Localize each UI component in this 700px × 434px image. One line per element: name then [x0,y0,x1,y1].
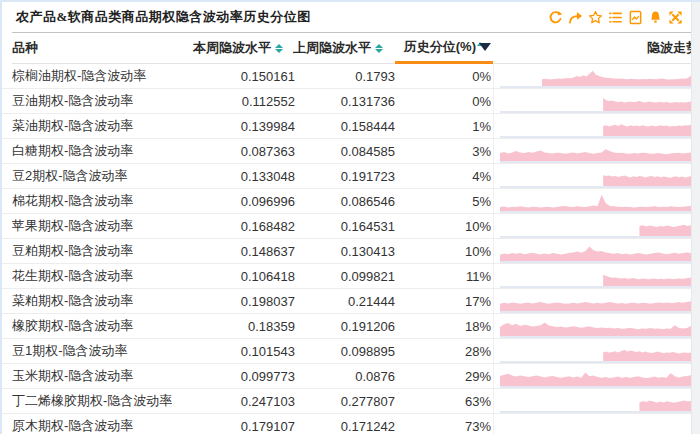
expand-icon[interactable] [667,9,684,26]
table-row[interactable]: 苹果期权-隐含波动率0.1684820.16453110% [2,214,700,239]
table-row[interactable]: 豆1期权-隐含波动率0.1015430.09889528% [2,339,700,364]
sparkline-chart [500,91,691,113]
cell-this-week-iv: 0.087363 [197,139,295,163]
table-row[interactable]: 棉花期权-隐含波动率0.0969960.0865465% [2,189,700,214]
cell-product-name: 豆2期权-隐含波动率 [12,164,197,188]
panel-title: 农产品&软商品类商品期权隐含波动率历史分位图 [16,8,311,26]
column-header-this-week[interactable]: 本周隐波水平 [197,33,295,64]
cell-this-week-iv: 0.139984 [197,114,295,138]
cell-iv-trend [493,339,691,363]
sparkline-chart [500,366,691,388]
cell-product-name: 菜油期权-隐含波动率 [12,114,197,138]
column-header-last-week[interactable]: 上周隐波水平 [295,33,395,64]
cell-this-week-iv: 0.099773 [197,364,295,388]
table-row[interactable]: 菜粕期权-隐含波动率0.1980370.2144417% [2,289,700,314]
image-icon[interactable] [627,9,644,26]
sparkline-chart [500,266,691,288]
cell-percentile: 29% [395,364,493,388]
cell-last-week-iv: 0.086546 [295,189,395,213]
cell-this-week-iv: 0.096996 [197,189,295,213]
column-header-name[interactable]: 品种 [12,33,197,64]
cell-iv-trend [493,264,691,288]
share-icon[interactable] [567,9,584,26]
cell-product-name: 豆1期权-隐含波动率 [12,339,197,363]
cell-last-week-iv: 0.21444 [295,289,395,313]
cell-product-name: 花生期权-隐含波动率 [12,264,197,288]
cell-percentile: 28% [395,339,493,363]
cell-iv-trend [493,89,691,113]
table-row[interactable]: 橡胶期权-隐含波动率0.183590.19120618% [2,314,700,339]
table-row[interactable]: 花生期权-隐含波动率0.1064180.09982111% [2,264,700,289]
cell-iv-trend [493,114,691,138]
cell-iv-trend [493,314,691,338]
cell-last-week-iv: 0.277807 [295,389,395,413]
cell-product-name: 苹果期权-隐含波动率 [12,214,197,238]
panel-toolbar [547,9,684,26]
cell-percentile: 73% [395,414,493,434]
sparkline-chart [500,391,691,413]
cell-this-week-iv: 0.106418 [197,264,295,288]
cell-percentile: 11% [395,264,493,288]
cell-last-week-iv: 0.084585 [295,139,395,163]
cell-percentile: 10% [395,214,493,238]
table-row[interactable]: 豆2期权-隐含波动率0.1330480.1917234% [2,164,700,189]
sort-arrows-icon[interactable] [375,44,383,53]
table-row[interactable]: 丁二烯橡胶期权-隐含波动率0.2471030.27780763% [2,389,700,414]
sort-descending-icon[interactable] [479,43,491,51]
table-row[interactable]: 白糖期权-隐含波动率0.0873630.0845853% [2,139,700,164]
cell-last-week-iv: 0.191206 [295,314,395,338]
cell-this-week-iv: 0.133048 [197,164,295,188]
cell-this-week-iv: 0.18359 [197,314,295,338]
cell-this-week-iv: 0.247103 [197,389,295,413]
bell-icon[interactable] [647,9,664,26]
cell-percentile: 3% [395,139,493,163]
cell-this-week-iv: 0.112552 [197,89,295,113]
cell-last-week-iv: 0.0876 [295,364,395,388]
cell-iv-trend [493,389,691,413]
table-row[interactable]: 豆油期权-隐含波动率0.1125520.1317360% [2,89,700,114]
sort-arrows-icon[interactable] [275,44,283,53]
cell-this-week-iv: 0.198037 [197,289,295,313]
list-icon[interactable] [607,9,624,26]
sparkline-chart [500,116,691,138]
cell-last-week-iv: 0.1793 [295,64,395,88]
sparkline-chart [500,416,691,434]
cell-percentile: 17% [395,289,493,313]
table-row[interactable]: 菜油期权-隐含波动率0.1399840.1584441% [2,114,700,139]
cell-product-name: 白糖期权-隐含波动率 [12,139,197,163]
table-row[interactable]: 棕榈油期权-隐含波动率0.1501610.17930% [2,64,700,89]
cell-iv-trend [493,214,691,238]
cell-last-week-iv: 0.164531 [295,214,395,238]
sparkline-chart [500,316,691,338]
table-row[interactable]: 豆粕期权-隐含波动率0.1486370.13041310% [2,239,700,264]
cell-product-name: 棉花期权-隐含波动率 [12,189,197,213]
cell-product-name: 橡胶期权-隐含波动率 [12,314,197,338]
cell-this-week-iv: 0.148637 [197,239,295,263]
column-header-trend: 隐波走势 [493,33,691,64]
sparkline-chart [500,291,691,313]
cell-this-week-iv: 0.150161 [197,64,295,88]
cell-percentile: 10% [395,239,493,263]
star-icon[interactable] [587,9,604,26]
cell-last-week-iv: 0.171242 [295,414,395,434]
cell-this-week-iv: 0.179107 [197,414,295,434]
cell-percentile: 18% [395,314,493,338]
sparkline-chart [500,191,691,213]
sparkline-chart [500,141,691,163]
cell-iv-trend [493,164,691,188]
cell-percentile: 5% [395,189,493,213]
cell-last-week-iv: 0.158444 [295,114,395,138]
cell-iv-trend [493,289,691,313]
cell-product-name: 玉米期权-隐含波动率 [12,364,197,388]
cell-iv-trend [493,239,691,263]
scrollbar[interactable] [691,2,700,434]
panel-titlebar: 农产品&软商品类商品期权隐含波动率历史分位图 [2,2,700,32]
cell-percentile: 0% [395,89,493,113]
refresh-icon[interactable] [547,9,564,26]
cell-last-week-iv: 0.131736 [295,89,395,113]
cell-last-week-iv: 0.098895 [295,339,395,363]
table-row[interactable]: 玉米期权-隐含波动率0.0997730.087629% [2,364,700,389]
column-header-percentile[interactable]: 历史分位(%) [395,33,493,64]
table-row[interactable]: 原木期权-隐含波动率0.1791070.17124273% [2,414,700,434]
cell-iv-trend [493,64,691,88]
